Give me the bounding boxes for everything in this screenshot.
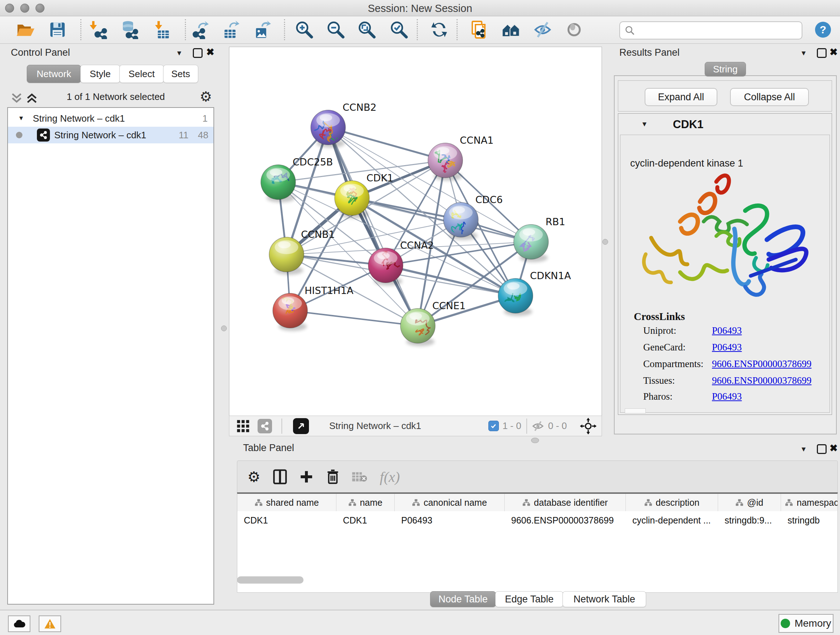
- network-collection-row[interactable]: ▼ String Network – cdk1 1: [8, 110, 213, 127]
- zoom-out-button[interactable]: [325, 19, 346, 41]
- export-image-button[interactable]: [252, 19, 273, 41]
- node-CDKN1A[interactable]: [498, 279, 533, 316]
- column-attribute-icon: [644, 499, 652, 507]
- export-network-button[interactable]: [189, 19, 210, 41]
- right-splitter-handle[interactable]: [602, 239, 608, 245]
- network-row-selected[interactable]: String Network – cdk1 11 48: [8, 127, 213, 143]
- preview-button[interactable]: [564, 19, 584, 41]
- hide-panels-button[interactable]: [532, 19, 553, 41]
- control-panel-menu-caret[interactable]: ▼: [176, 50, 183, 57]
- node-label-CDKN1A: CDKN1A: [530, 270, 571, 281]
- tab-edge-table[interactable]: Edge Table: [495, 591, 563, 607]
- add-column-icon[interactable]: [300, 470, 313, 484]
- column-header-shared-name[interactable]: shared name: [237, 494, 336, 511]
- results-tab-string[interactable]: String: [705, 62, 746, 76]
- crosslink-value-link[interactable]: P06493: [712, 325, 742, 336]
- apply-layout-button[interactable]: [429, 19, 450, 41]
- node-CDK1[interactable]: [335, 181, 369, 218]
- search-input[interactable]: [638, 25, 802, 36]
- node-CCNB1[interactable]: [269, 237, 304, 275]
- import-network-from-database-button[interactable]: [118, 19, 139, 41]
- column-header-description[interactable]: description: [626, 494, 718, 511]
- import-network-button[interactable]: [88, 19, 109, 41]
- bottom-splitter-handle[interactable]: [531, 438, 539, 443]
- expand-all-button[interactable]: Expand All: [645, 88, 717, 106]
- column-header-name[interactable]: name: [336, 494, 395, 511]
- tab-select[interactable]: Select: [119, 65, 164, 83]
- results-scrollbar-thumb[interactable]: [625, 409, 646, 413]
- table-cell[interactable]: stringdb:9...: [718, 511, 781, 529]
- show-all-panels-button[interactable]: [500, 19, 521, 41]
- table-cell[interactable]: 9606.ENSP00000378699: [505, 511, 625, 529]
- table-cell[interactable]: CDK1: [237, 511, 336, 529]
- node-label-CDC25B: CDC25B: [293, 157, 333, 168]
- expand-all-chevrons-icon[interactable]: [25, 92, 38, 104]
- collection-expand-caret[interactable]: ▼: [18, 115, 24, 122]
- delete-column-trash-icon[interactable]: [326, 469, 339, 485]
- edge-HIST1H1A-CCNE1[interactable]: [290, 310, 418, 326]
- zoom-in-button[interactable]: [294, 19, 315, 41]
- cdk1-section-caret[interactable]: ▼: [641, 120, 648, 127]
- crosslink-value-link[interactable]: P06493: [712, 391, 742, 402]
- node-CDC6[interactable]: [444, 203, 478, 240]
- node-HIST1H1A[interactable]: [273, 293, 308, 331]
- control-panel-close-button[interactable]: ✖: [206, 48, 215, 57]
- help-button[interactable]: ?: [813, 19, 833, 41]
- export-table-button[interactable]: [220, 19, 241, 41]
- tab-node-table[interactable]: Node Table: [430, 591, 496, 607]
- tab-sets[interactable]: Sets: [163, 65, 198, 83]
- tab-network[interactable]: Network: [27, 65, 81, 83]
- table-panel-close-button[interactable]: ✖: [829, 443, 838, 453]
- left-splitter-handle[interactable]: [221, 325, 227, 331]
- open-session-button[interactable]: [14, 19, 35, 41]
- zoom-fit-button[interactable]: [356, 19, 377, 41]
- table-cell[interactable]: stringdb: [781, 511, 838, 529]
- results-panel-float-button[interactable]: [817, 48, 827, 58]
- node-CDC25B[interactable]: [261, 165, 295, 203]
- save-session-button[interactable]: [47, 19, 68, 41]
- selected-nodes-checkbox-icon[interactable]: [488, 421, 499, 431]
- column-header-database-identifier[interactable]: database identifier: [505, 494, 626, 511]
- crosslink-value-link[interactable]: 9606.ENSP00000378699: [712, 358, 812, 370]
- crosslink-value-link[interactable]: P06493: [712, 342, 742, 353]
- node-CCNA1[interactable]: [428, 143, 463, 181]
- column-header-canonical-name[interactable]: canonical name: [395, 494, 505, 511]
- tab-style[interactable]: Style: [80, 65, 120, 83]
- import-table-button[interactable]: [150, 19, 172, 41]
- table-panel-float-button[interactable]: [817, 444, 827, 454]
- node-RB1[interactable]: [514, 225, 548, 262]
- collapse-all-chevrons-icon[interactable]: [10, 92, 23, 104]
- cloud-status-button[interactable]: [8, 616, 30, 632]
- node-CCNE1[interactable]: [401, 309, 435, 346]
- control-panel-float-button[interactable]: [193, 48, 202, 58]
- results-panel-menu-caret[interactable]: ▼: [800, 50, 807, 57]
- crosslink-value-link[interactable]: 9606.ENSP00000378699: [712, 375, 812, 386]
- table-cell[interactable]: cyclin-dependent ...: [626, 511, 718, 529]
- title-bar: Session: New Session: [0, 0, 840, 16]
- table-cell[interactable]: CDK1: [336, 511, 394, 529]
- fit-crosshair-icon[interactable]: [580, 418, 597, 434]
- column-header-namespac[interactable]: namespac: [781, 494, 838, 511]
- column-header-label: description: [656, 497, 699, 508]
- table-cell[interactable]: P06493: [395, 511, 504, 529]
- warning-status-button[interactable]: [39, 616, 61, 632]
- network-options-gear-icon[interactable]: ⚙: [200, 89, 212, 105]
- results-panel-close-button[interactable]: ✖: [829, 48, 838, 57]
- birds-eye-grid-icon[interactable]: [236, 419, 250, 433]
- column-header--id[interactable]: @id: [718, 494, 781, 511]
- table-panel-menu-caret[interactable]: ▼: [800, 446, 807, 453]
- network-type-icon[interactable]: [257, 419, 272, 433]
- network-canvas[interactable]: CCNB2CCNA1CDC25BCDK1CDC6RB1CCNB1CCNA2CDK…: [229, 47, 601, 416]
- open-in-window-icon[interactable]: [293, 418, 309, 434]
- collapse-all-button[interactable]: Collapse All: [730, 88, 809, 106]
- edge-CCNA2-CDKN1A[interactable]: [386, 265, 515, 296]
- function-builder-icon-disabled: f(x): [380, 469, 400, 486]
- split-columns-icon[interactable]: [273, 469, 287, 485]
- column-attribute-icon: [412, 499, 420, 507]
- memory-button[interactable]: Memory: [778, 614, 834, 633]
- tab-network-table[interactable]: Network Table: [562, 591, 646, 607]
- zoom-selected-button[interactable]: [388, 19, 409, 41]
- table-gear-icon[interactable]: ⚙: [248, 469, 261, 485]
- clone-network-button[interactable]: [469, 19, 489, 41]
- table-hscrollbar-thumb[interactable]: [237, 576, 303, 584]
